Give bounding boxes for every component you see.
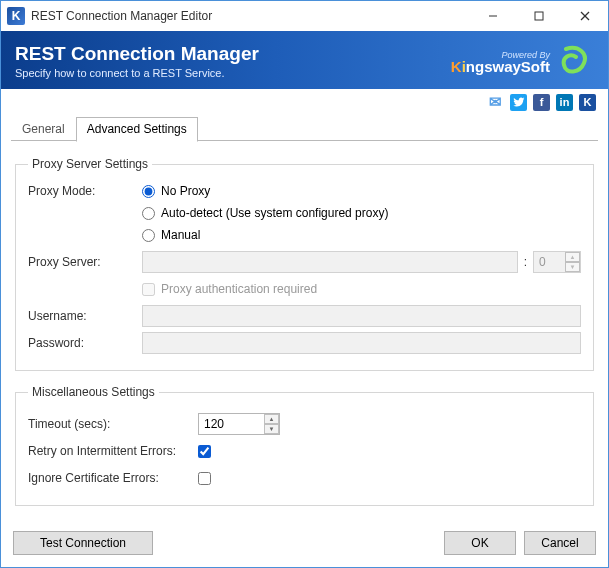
tab-advanced-settings[interactable]: Advanced Settings xyxy=(76,117,198,142)
ok-button[interactable]: OK xyxy=(444,531,516,555)
radio-auto-detect-label: Auto-detect (Use system configured proxy… xyxy=(161,206,388,220)
maximize-button[interactable] xyxy=(516,1,562,31)
port-spin-down[interactable]: ▼ xyxy=(565,262,580,272)
misc-legend: Miscellaneous Settings xyxy=(28,385,159,399)
radio-auto-detect-input[interactable] xyxy=(142,207,155,220)
radio-no-proxy[interactable]: No Proxy xyxy=(142,184,388,198)
retry-checkbox[interactable] xyxy=(198,445,211,458)
port-spinner: ▲ ▼ xyxy=(565,252,580,272)
proxy-legend: Proxy Server Settings xyxy=(28,157,152,171)
ignore-cert-label: Ignore Certificate Errors: xyxy=(28,471,198,485)
tab-general[interactable]: General xyxy=(11,117,76,141)
radio-manual-label: Manual xyxy=(161,228,200,242)
timeout-spin-down[interactable]: ▼ xyxy=(264,424,279,434)
kingsway-icon[interactable]: K xyxy=(579,94,596,111)
facebook-icon[interactable]: f xyxy=(533,94,550,111)
password-label: Password: xyxy=(28,336,142,350)
kingswaysoft-logo: Powered By KingswaySoft xyxy=(451,49,550,73)
ignore-cert-checkbox[interactable] xyxy=(198,472,211,485)
proxy-mode-label: Proxy Mode: xyxy=(28,184,142,198)
minimize-button[interactable] xyxy=(470,1,516,31)
dialog-footer: Test Connection OK Cancel xyxy=(1,523,608,567)
page-title: REST Connection Manager xyxy=(15,43,451,65)
host-port-separator: : xyxy=(518,255,533,269)
timeout-spin-up[interactable]: ▲ xyxy=(264,414,279,424)
close-button[interactable] xyxy=(562,1,608,31)
test-connection-button[interactable]: Test Connection xyxy=(13,531,153,555)
swirl-icon xyxy=(560,45,590,77)
proxy-auth-required-checkbox[interactable] xyxy=(142,283,155,296)
timeout-spinner: ▲ ▼ xyxy=(264,414,279,434)
miscellaneous-settings-group: Miscellaneous Settings Timeout (secs): ▲… xyxy=(15,385,594,506)
twitter-icon[interactable] xyxy=(510,94,527,111)
linkedin-icon[interactable]: in xyxy=(556,94,573,111)
window-title: REST Connection Manager Editor xyxy=(31,9,470,23)
radio-auto-detect[interactable]: Auto-detect (Use system configured proxy… xyxy=(142,206,388,220)
proxy-auth-required[interactable]: Proxy authentication required xyxy=(142,282,317,296)
radio-manual[interactable]: Manual xyxy=(142,228,388,242)
retry-label: Retry on Intermittent Errors: xyxy=(28,444,198,458)
radio-no-proxy-label: No Proxy xyxy=(161,184,210,198)
page-subtitle: Specify how to connect to a REST Service… xyxy=(15,67,451,79)
proxy-server-label: Proxy Server: xyxy=(28,255,142,269)
timeout-label: Timeout (secs): xyxy=(28,417,198,431)
radio-no-proxy-input[interactable] xyxy=(142,185,155,198)
username-input[interactable] xyxy=(142,305,581,327)
brand-area: Powered By KingswaySoft xyxy=(451,45,594,77)
social-row: ✉ f in K xyxy=(1,89,608,113)
proxy-server-settings-group: Proxy Server Settings Proxy Mode: No Pro… xyxy=(15,157,594,371)
svg-rect-1 xyxy=(535,12,543,20)
port-spin-up[interactable]: ▲ xyxy=(565,252,580,262)
cancel-button[interactable]: Cancel xyxy=(524,531,596,555)
radio-manual-input[interactable] xyxy=(142,229,155,242)
app-icon: K xyxy=(7,7,25,25)
header-band: REST Connection Manager Specify how to c… xyxy=(1,31,608,89)
username-label: Username: xyxy=(28,309,142,323)
tab-content: Proxy Server Settings Proxy Mode: No Pro… xyxy=(1,141,608,523)
password-input[interactable] xyxy=(142,332,581,354)
proxy-auth-required-label: Proxy authentication required xyxy=(161,282,317,296)
email-icon[interactable]: ✉ xyxy=(487,94,504,111)
tabstrip: General Advanced Settings xyxy=(1,113,608,141)
proxy-server-input[interactable] xyxy=(142,251,518,273)
window-titlebar: K REST Connection Manager Editor xyxy=(1,1,608,31)
